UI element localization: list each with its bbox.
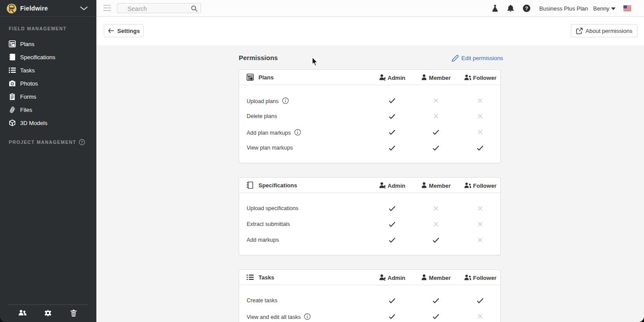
svg-text:?: ? (81, 140, 83, 144)
svg-text:?: ? (525, 6, 528, 11)
